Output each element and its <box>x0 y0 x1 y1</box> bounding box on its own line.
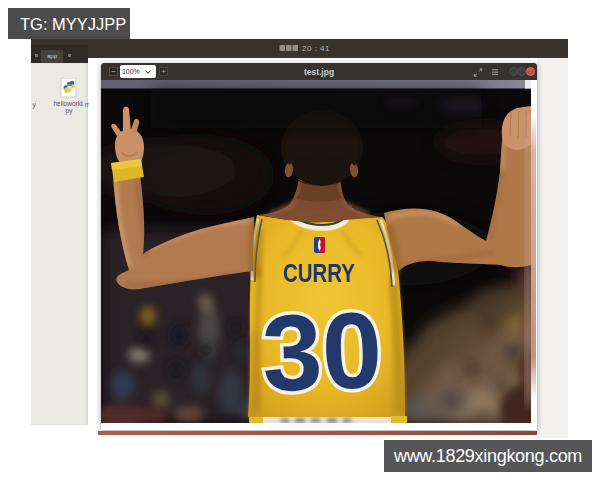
svg-text:CURRY: CURRY <box>283 258 355 288</box>
svg-text:30: 30 <box>260 289 384 414</box>
